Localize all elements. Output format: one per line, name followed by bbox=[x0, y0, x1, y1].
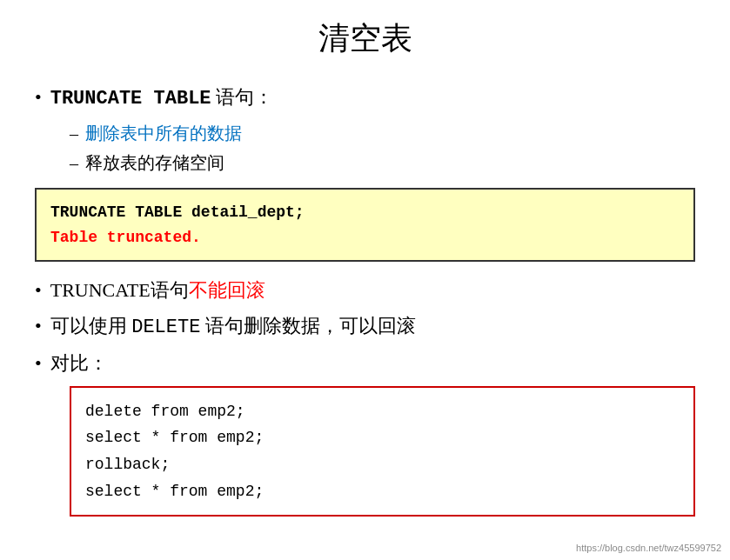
bullet-truncate-table: • TRUNCATE TABLE 语句： – 删除表中所有的数据 – 释放表的存… bbox=[35, 84, 695, 176]
code-line-2: Table truncated. bbox=[50, 225, 680, 250]
code-line-1: TRUNCATE TABLE detail_dept; bbox=[50, 200, 680, 225]
bullet-dot-4: • bbox=[35, 350, 42, 377]
sub-bullet-1: – 删除表中所有的数据 bbox=[70, 122, 695, 146]
bullet-delete: • 可以使用 DELETE 语句删除数据，可以回滚 bbox=[35, 313, 695, 342]
page-title: 清空表 bbox=[35, 17, 695, 60]
bullet-dot-2: • bbox=[35, 277, 42, 304]
code-compare-line-2: select * from emp2; bbox=[85, 424, 680, 451]
bullet3-text-before: 可以使用 bbox=[50, 315, 132, 337]
bullet1-label: 语句： bbox=[211, 86, 274, 108]
code-compare-line-4: select * from emp2; bbox=[85, 478, 680, 505]
truncate-table-code: TRUNCATE TABLE bbox=[50, 88, 211, 110]
sub-bullet-2-text: 释放表的存储空间 bbox=[85, 151, 224, 175]
bullet-dot-1: • bbox=[35, 84, 42, 111]
bullet-cannot-rollback: • TRUNCATE语句不能回滚 bbox=[35, 277, 695, 304]
bullet2-content: TRUNCATE语句不能回滚 bbox=[50, 277, 265, 304]
sub-dash-2: – bbox=[70, 151, 78, 176]
code-block-truncate: TRUNCATE TABLE detail_dept; Table trunca… bbox=[35, 188, 695, 263]
code-table-truncated: Table truncated. bbox=[50, 229, 201, 246]
sub-bullet-1-text: 删除表中所有的数据 bbox=[85, 122, 242, 145]
sub-dash-1: – bbox=[70, 122, 78, 146]
code-truncate-statement: TRUNCATE TABLE detail_dept; bbox=[50, 203, 305, 221]
sub-bullet-2: – 释放表的存储空间 bbox=[70, 151, 695, 176]
delete-code: DELETE bbox=[131, 317, 200, 338]
code-block-compare: delete from emp2; select * from emp2; ro… bbox=[70, 386, 695, 517]
code-compare-line-1: delete from emp2; bbox=[85, 398, 680, 425]
bullet-compare: • 对比： bbox=[35, 350, 695, 377]
watermark: https://blog.csdn.net/twz45599752 bbox=[576, 543, 721, 553]
bullet3-content: 可以使用 DELETE 语句删除数据，可以回滚 bbox=[50, 313, 416, 342]
bullet-dot-3: • bbox=[35, 313, 42, 340]
bullet1-content: TRUNCATE TABLE 语句： bbox=[50, 84, 273, 113]
bullet3-text-after: 语句删除数据，可以回滚 bbox=[200, 315, 416, 337]
bullet4-content: 对比： bbox=[50, 350, 108, 377]
bullet2-text-red: 不能回滚 bbox=[189, 279, 265, 301]
code-compare-line-3: rollback; bbox=[85, 451, 680, 478]
bullet2-text-before: TRUNCATE语句 bbox=[50, 279, 189, 301]
